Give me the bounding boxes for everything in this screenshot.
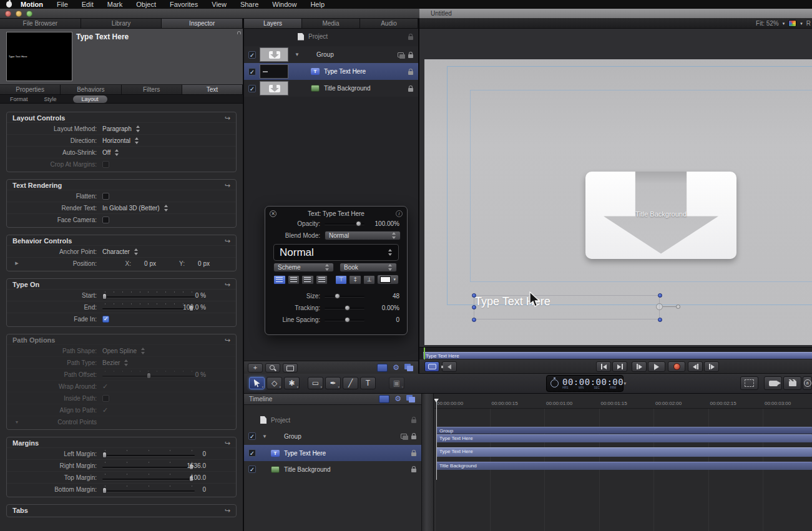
filmstrip-view-button[interactable] xyxy=(283,363,298,373)
align-center-button[interactable] xyxy=(288,275,300,285)
timeline-track-type-text-here[interactable]: Type Text Here xyxy=(436,434,812,442)
search-button[interactable] xyxy=(265,363,280,373)
lock-icon[interactable] xyxy=(408,88,413,92)
duplicate-icon[interactable] xyxy=(401,434,407,439)
checkbox[interactable] xyxy=(102,193,109,200)
popup-value[interactable]: Open Spline xyxy=(102,348,137,354)
select-tool[interactable]: ▾ xyxy=(249,377,265,389)
opacity-slider[interactable] xyxy=(325,221,364,227)
disclosure-icon[interactable]: ▶ xyxy=(7,261,27,266)
canvas-viewport[interactable]: Title Background Type Text Here xyxy=(419,29,812,347)
timeline-track-type-text-here[interactable]: Type Text Here xyxy=(436,447,812,457)
reset-button[interactable]: ↩ xyxy=(225,238,230,244)
slider[interactable] xyxy=(102,303,195,311)
menu-mark[interactable]: Mark xyxy=(107,1,122,8)
typeface-popup[interactable]: Book xyxy=(340,263,397,272)
crop-frame-tool[interactable]: ▣▾ xyxy=(389,377,404,389)
layers-copy-icon-button[interactable] xyxy=(406,395,416,403)
keying-button[interactable]: a xyxy=(803,376,812,390)
slider-handle[interactable] xyxy=(102,452,107,458)
disclosure-icon[interactable]: ▼ xyxy=(7,420,27,424)
selection-handle-top-right[interactable] xyxy=(658,293,662,298)
layer-checkbox[interactable]: ✓ xyxy=(248,51,256,59)
camera-button[interactable] xyxy=(764,376,782,390)
tab-properties[interactable]: Properties xyxy=(0,85,61,94)
slider[interactable] xyxy=(102,474,195,482)
timeline-ruler[interactable]: 00:00:00:0000:00:00:1500:00:01:0000:00:0… xyxy=(434,399,812,409)
hud-close-icon[interactable]: ✕ xyxy=(270,210,276,217)
rectangle-tool[interactable]: ▭▾ xyxy=(308,377,323,389)
zoom-window-button[interactable] xyxy=(26,11,32,17)
chevron-down-icon[interactable]: ▾ xyxy=(624,381,626,386)
text-hud-panel[interactable]: ✕ Text: Type Text Here i Opacity: 100.00… xyxy=(265,206,408,335)
project-window-titlebar[interactable]: Untitled xyxy=(419,9,812,19)
timeline-track-group[interactable]: Group xyxy=(436,427,812,434)
valign-bottom-button[interactable]: ⊥ xyxy=(363,275,376,285)
title-background-layer[interactable]: Title Background xyxy=(585,172,736,259)
go-to-end-button[interactable] xyxy=(612,361,627,372)
slider[interactable] xyxy=(102,462,195,470)
disclosure-triangle-icon[interactable]: ▼ xyxy=(295,52,300,57)
onion-skin-button[interactable] xyxy=(740,376,758,390)
line-tool[interactable]: ╱ xyxy=(343,377,358,389)
align-justify-button[interactable] xyxy=(316,275,328,285)
popup-value[interactable]: In Global 3D (Better) xyxy=(102,205,160,212)
go-to-start-button[interactable] xyxy=(596,361,611,372)
reset-button[interactable]: ↩ xyxy=(225,115,230,121)
audio-mute-button[interactable] xyxy=(442,361,457,372)
lock-icon[interactable] xyxy=(408,54,413,58)
menu-edit[interactable]: Edit xyxy=(82,1,94,8)
text-tool[interactable]: T xyxy=(360,377,376,389)
menu-help[interactable]: Help xyxy=(310,1,325,8)
play-from-start-button[interactable] xyxy=(632,361,647,372)
tab-behaviors[interactable]: Behaviors xyxy=(61,85,121,94)
popup-stepper-icon[interactable] xyxy=(136,125,140,132)
timeline-scrollbar[interactable] xyxy=(421,394,434,531)
lock-icon[interactable] xyxy=(411,419,416,423)
mini-timeline-bar[interactable]: Type Text Here xyxy=(423,352,812,359)
checkbox[interactable] xyxy=(102,161,109,168)
text-color-well[interactable]: ▾ xyxy=(377,275,399,285)
step-forward-button[interactable] xyxy=(704,361,719,372)
checkbox[interactable] xyxy=(102,395,109,402)
layer-row-project[interactable]: Project xyxy=(244,414,421,426)
selection-handle-mid-left[interactable] xyxy=(472,305,476,309)
y-value[interactable]: 0 px xyxy=(185,260,210,267)
menu-view[interactable]: View xyxy=(212,1,227,8)
checkbox[interactable] xyxy=(102,217,109,223)
reset-button[interactable]: ↩ xyxy=(225,440,230,446)
popup-stepper-icon[interactable] xyxy=(135,137,139,144)
monitor-icon-button[interactable] xyxy=(377,364,388,372)
layer-checkbox[interactable]: ✓ xyxy=(248,449,256,457)
timeline-track-title-background[interactable]: Title Background xyxy=(436,462,812,470)
slider[interactable] xyxy=(102,371,195,379)
slider[interactable] xyxy=(102,450,195,458)
popup-stepper-icon[interactable] xyxy=(115,149,119,156)
slider[interactable] xyxy=(102,291,195,300)
rotation-handle[interactable] xyxy=(676,304,680,309)
selection-handle-bottom-right[interactable] xyxy=(658,318,662,322)
align-left-button[interactable] xyxy=(273,275,286,285)
color-channels-popup[interactable] xyxy=(788,20,796,27)
align-right-button[interactable] xyxy=(301,275,314,285)
lock-icon[interactable] xyxy=(411,452,416,456)
play-button[interactable] xyxy=(648,361,665,372)
tracking-slider[interactable] xyxy=(325,305,364,311)
menu-favorites[interactable]: Favorites xyxy=(170,1,198,8)
layer-row-group[interactable]: ✓▼Group xyxy=(244,46,418,63)
apple-menu-icon[interactable] xyxy=(6,1,12,7)
menu-share[interactable]: Share xyxy=(240,1,258,8)
add-layer-button[interactable]: + xyxy=(248,363,263,373)
tab-media[interactable]: Media xyxy=(302,19,360,28)
font-collection-popup[interactable]: Scheme xyxy=(273,263,334,272)
hud-info-icon[interactable]: i xyxy=(396,210,403,217)
step-back-button[interactable] xyxy=(688,361,703,372)
gear-icon-button[interactable]: ⚙ xyxy=(394,395,401,403)
popup-stepper-icon[interactable] xyxy=(124,359,129,366)
tab-layers[interactable]: Layers xyxy=(244,19,302,28)
lock-icon[interactable] xyxy=(408,71,413,75)
tab-inspector[interactable]: Inspector xyxy=(162,19,243,28)
close-window-button[interactable] xyxy=(5,11,11,17)
line-spacing-slider[interactable] xyxy=(325,317,364,323)
layer-row-title-background[interactable]: ✓Title Background xyxy=(244,462,421,476)
